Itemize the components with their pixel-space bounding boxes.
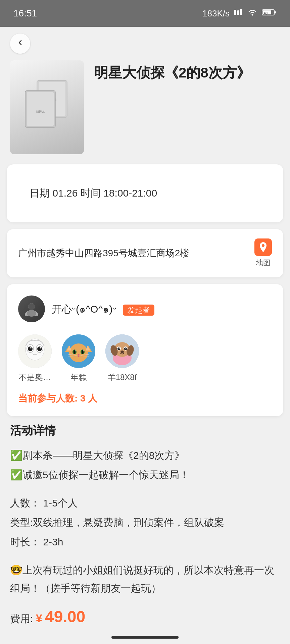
svg-rect-2: [240, 9, 242, 15]
members-row: 不是奥…: [18, 334, 272, 383]
sim-icon: [234, 8, 243, 19]
svg-point-37: [83, 351, 84, 352]
svg-point-36: [75, 351, 76, 352]
svg-point-3: [252, 14, 253, 15]
member-avatar-0: [18, 334, 52, 368]
detail-block-2: 人数： 1-5个人 类型:双线推理，悬疑费脑，刑侦案件，组队破案 时长： 2-3…: [10, 494, 280, 551]
wifi-icon: [247, 8, 258, 19]
back-button[interactable]: [10, 34, 30, 54]
detail-block-3: 🤓上次有玩过的小姐姐们说挺好玩的，所以本次特意再一次组局！（搓手等待新朋友一起玩…: [10, 561, 280, 597]
detail-line-note: 🤓上次有玩过的小姐姐们说挺好玩的，所以本次特意再一次组局！（搓手等待新朋友一起玩…: [10, 561, 280, 597]
home-indicator: [111, 636, 179, 639]
participant-count-label: 当前参与人数:: [18, 393, 78, 404]
svg-rect-12: [27, 92, 54, 126]
map-button[interactable]: 地图: [254, 238, 272, 268]
battery-icon: 40: [262, 8, 277, 19]
organizer-info: 开心ᵕ(๑^O^๑)ᵕ 发起者: [52, 301, 154, 317]
member-item: 不是奥…: [18, 334, 52, 383]
detail-line-1: ✅诚邀5位侦探一起破解一个惊天迷局！: [10, 466, 280, 484]
svg-point-25: [40, 347, 41, 348]
datetime-row: 日期 01.26 时间 18:00-21:00: [18, 174, 272, 212]
svg-text:40: 40: [264, 11, 268, 15]
member-avatar-1: [62, 334, 95, 368]
map-icon: [254, 238, 272, 256]
hero-title: 明星大侦探《2的8次方》: [94, 60, 280, 89]
network-speed: 183K/s: [202, 8, 230, 19]
svg-line-42: [81, 356, 89, 356]
svg-point-52: [119, 348, 120, 349]
datetime-card: 日期 01.26 时间 18:00-21:00: [7, 164, 283, 222]
svg-text:侦探盒: 侦探盒: [36, 110, 45, 113]
svg-line-40: [68, 356, 77, 356]
svg-point-24: [30, 347, 32, 348]
location-card: 广州市越秀中山四路395号城壹汇商场2楼 地图: [7, 229, 283, 277]
detail-line-duration: 时长： 2-3h: [10, 533, 280, 551]
price-label: 费用:: [10, 613, 33, 624]
participant-number: 3: [80, 393, 86, 404]
svg-point-17: [27, 310, 36, 317]
detail-block-1: ✅剧本杀——明星大侦探《2的8次方》 ✅诚邀5位侦探一起破解一个惊天迷局！: [10, 446, 280, 484]
svg-point-23: [37, 346, 42, 351]
member-name-0: 不是奥…: [19, 372, 51, 383]
header-area: [0, 27, 290, 60]
details-section: 活动详情 ✅剧本杀——明星大侦探《2的8次方》 ✅诚邀5位侦探一起破解一个惊天迷…: [0, 423, 290, 644]
svg-rect-0: [234, 10, 236, 15]
member-name-2: 羊18X8f: [108, 372, 137, 383]
svg-point-27: [69, 343, 88, 362]
svg-point-14: [262, 244, 264, 247]
svg-rect-6: [275, 11, 276, 13]
hero-section: 侦探盒 侦探盒 明星大侦探《2的8次方》: [0, 60, 290, 164]
section-title: 活动详情: [10, 423, 280, 438]
hero-image: 侦探盒 侦探盒: [10, 60, 84, 154]
organizer-name: 开心ᵕ(๑^O^๑)ᵕ: [52, 304, 116, 315]
location-address: 广州市越秀中山四路395号城壹汇商场2楼: [18, 246, 254, 260]
participants-card: 开心ᵕ(๑^O^๑)ᵕ 发起者: [7, 284, 283, 416]
organizer-avatar: [18, 296, 45, 322]
svg-point-16: [28, 303, 35, 310]
status-time: 16:51: [13, 8, 37, 19]
svg-point-38: [78, 354, 80, 356]
participant-count: 当前参与人数: 3 人: [18, 392, 272, 405]
back-icon: [16, 38, 24, 49]
organizer-row: 开心ᵕ(๑^O^๑)ᵕ 发起者: [18, 296, 272, 322]
event-title: 明星大侦探《2的8次方》: [94, 64, 280, 82]
participant-unit: 人: [88, 393, 97, 404]
member-avatar-2: [105, 334, 139, 368]
map-label: 地图: [256, 258, 271, 268]
detail-line-type: 类型:双线推理，悬疑费脑，刑侦案件，组队破案: [10, 514, 280, 532]
member-item: 羊18X8f: [105, 334, 139, 383]
svg-point-54: [120, 351, 124, 353]
price-value: 49.00: [45, 608, 85, 626]
detail-line-count: 人数： 1-5个人: [10, 494, 280, 512]
status-right: 183K/s 40: [202, 8, 277, 19]
svg-rect-1: [237, 10, 239, 15]
svg-point-53: [126, 348, 127, 349]
price-currency: ¥: [36, 612, 42, 625]
svg-point-22: [28, 346, 33, 351]
member-item: 年糕: [62, 334, 95, 383]
member-name-1: 年糕: [70, 372, 87, 383]
initiator-tag: 发起者: [123, 305, 154, 316]
detail-line-0: ✅剧本杀——明星大侦探《2的8次方》: [10, 446, 280, 465]
status-bar: 16:51 183K/s 40: [0, 0, 290, 27]
